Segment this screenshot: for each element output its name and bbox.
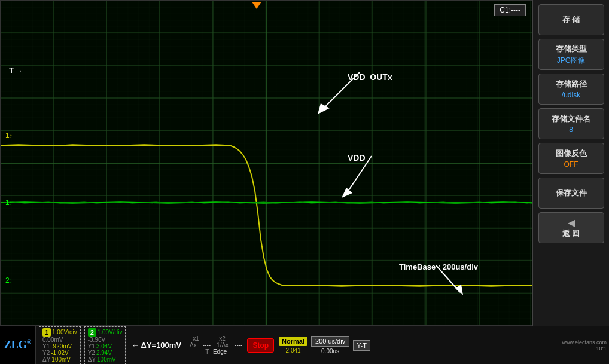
trig-t-label: T — [205, 348, 209, 355]
logo-area: ZLG® — [0, 326, 36, 365]
time-value: 200 us/div — [311, 336, 349, 347]
normal-value: 2.041 — [286, 347, 301, 354]
delta-y-container: ← ΔY=100mV — [131, 341, 181, 350]
svg-line-23 — [324, 72, 360, 108]
save-file-button[interactable]: 保存文件 — [538, 178, 604, 209]
trig-x2-label: x2 — [219, 335, 226, 342]
ch1-info-box: 1 1.00V/div 0.00mV Y1 -920mV Y2 -1.02V Δ… — [39, 326, 81, 365]
store-path-button[interactable]: 存储路径 /udisk — [538, 74, 604, 105]
trig-dx-label: Δx — [190, 342, 197, 348]
return-button[interactable]: ◀ 返 回 — [538, 212, 604, 243]
ch2-info-box: 2 1.00V/div -3.96V Y1 3.04V Y2 2.94V ΔY … — [84, 326, 126, 365]
ch1-dy-label: ΔY — [42, 356, 50, 363]
ch1-level-marker: 1↕ — [5, 131, 13, 140]
ch2-bottom-left-marker: 2↕ — [5, 276, 13, 285]
ch2-y1-val: 3.04V — [96, 343, 112, 350]
ch2-dy-val: 100mV — [97, 356, 116, 363]
timebase-arrow — [430, 265, 466, 295]
bottom-bar: ZLG® 1 1.00V/div 0.00mV Y1 -920mV Y2 -1.… — [0, 326, 609, 364]
trig-invx-val: ---- — [235, 342, 242, 348]
ch2-y2-val: 2.94V — [96, 350, 112, 356]
ch1-badge: 1 — [42, 328, 51, 337]
vdd-arrow — [336, 150, 383, 204]
ch2-offset: -3.96V — [88, 337, 105, 343]
t-marker: T → — [9, 65, 23, 75]
delta-y-label: ← ΔY=100mV — [131, 341, 181, 350]
svg-marker-28 — [455, 285, 463, 295]
store-button[interactable]: 存 储 — [538, 4, 604, 35]
c1-label: C1:---- — [494, 4, 526, 16]
ch1-y2-label: Y2 — [42, 350, 50, 356]
ch1-dy-val: 100mV — [51, 356, 71, 363]
trig-x1-val: ---- — [205, 335, 213, 342]
logo-reg: ® — [27, 339, 31, 345]
ch2-level-marker: 1↕ — [5, 198, 13, 207]
stop-button[interactable]: Stop — [247, 338, 274, 353]
ch1-y1-label: Y1 — [42, 343, 50, 350]
store-type-button[interactable]: 存储类型 JPG图像 — [538, 39, 604, 70]
ch2-y1-label: Y1 — [88, 343, 95, 350]
scope-screen: C1:---- T → 1↕ 1↕ 2↕ VDD_OUTx VDD TimeBa… — [0, 0, 532, 326]
normal-container: Normal 2.041 — [279, 337, 307, 354]
ch1-y2-val: -1.02V — [51, 350, 68, 356]
right-panel: 存 储 存储类型 JPG图像 存储路径 /udisk 存储文件名 8 图像反色 … — [532, 0, 609, 326]
svg-marker-26 — [342, 188, 352, 198]
time-display-container: 200 us/div 0.00us — [310, 336, 351, 354]
ch1-y1-val: -920mV — [51, 343, 72, 350]
normal-badge: Normal — [279, 337, 307, 346]
website-text: www.elecfans.com — [562, 339, 607, 345]
ch1-vdiv: 1.00V/div — [52, 329, 77, 335]
trig-t-val: Edge — [213, 348, 227, 355]
back-arrow-icon: ◀ — [568, 217, 575, 228]
ch2-badge: 2 — [88, 328, 96, 337]
ch2-vdiv: 1.00V/div — [98, 329, 123, 335]
svg-marker-24 — [318, 103, 330, 114]
trigger-marker — [252, 2, 261, 9]
svg-line-25 — [348, 156, 372, 192]
logo-text: ZLG — [4, 339, 27, 351]
store-filename-button[interactable]: 存储文件名 8 — [538, 108, 604, 139]
time-offset: 0.00us — [321, 348, 339, 354]
yt-label: Y-T — [353, 340, 370, 351]
trig-x2-val: ---- — [232, 335, 239, 342]
image-invert-button[interactable]: 图像反色 OFF — [538, 143, 604, 174]
info-area: www.elecfans.com 10:1 — [562, 339, 607, 351]
trig-info-box: x1 ---- x2 ---- Δx ---- 1/Δx ---- T Edge — [190, 335, 242, 355]
trig-invx-label: 1/Δx — [217, 342, 229, 348]
ch2-dy-label: ΔY — [88, 356, 96, 363]
trig-x1-label: x1 — [193, 335, 199, 342]
trig-dx-val: ---- — [203, 342, 211, 348]
vdd-outx-arrow — [300, 60, 372, 120]
ch2-y2-label: Y2 — [88, 350, 95, 356]
ch1-offset: 0.00mV — [42, 337, 63, 343]
scope-model: 10:1 — [596, 345, 607, 351]
